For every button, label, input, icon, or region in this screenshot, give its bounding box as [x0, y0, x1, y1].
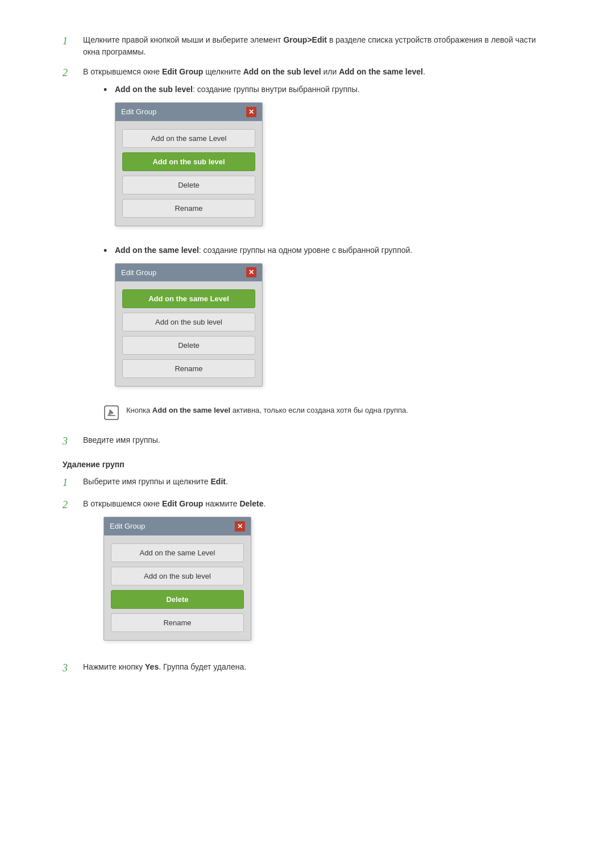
s2-step3-end: . Группа будет удалена.	[159, 662, 246, 671]
note-row: Кнопка Add on the same level активна, то…	[103, 405, 551, 421]
dialog-body-2: Add on the same Level Add on the sub lev…	[115, 281, 262, 386]
s2-step-number-3: 3	[63, 661, 74, 675]
dialog-titlebar-2: Edit Group ✕	[115, 264, 262, 282]
s2-step2-bold1: Edit Group	[162, 499, 203, 508]
dialog-btn-sub-level-1[interactable]: Add on the sub level	[122, 152, 255, 171]
dialog-titlebar-3: Edit Group ✕	[104, 517, 251, 535]
main-content: 1 Щелкните правой кнопкой мыши и выберит…	[63, 34, 551, 675]
dialog-close-3[interactable]: ✕	[235, 521, 245, 531]
dialog-btn-delete-3[interactable]: Delete	[111, 590, 244, 609]
s2-step2-middle: нажмите	[203, 499, 239, 508]
step-2-bold1: Edit Group	[162, 67, 203, 76]
step-3-text-content: Введите имя группы.	[83, 435, 160, 445]
pencil-note-icon	[104, 405, 119, 420]
s2-step-3-text: Нажмите кнопку Yes. Группа будет удалена…	[83, 661, 551, 673]
dialog-btn-delete-1[interactable]: Delete	[122, 176, 255, 194]
step-2-text: В открывшемся окне Edit Group щелкните A…	[83, 66, 551, 426]
dialog-btn-same-level-2[interactable]: Add on the same Level	[122, 289, 255, 308]
step-1-bold1: Group>Edit	[283, 35, 327, 44]
step-1-text: Щелкните правой кнопкой мыши и выберите …	[83, 34, 551, 58]
dialog-box-2: Edit Group ✕ Add on the same Level Add o…	[115, 263, 263, 387]
step-2: 2 В открывшемся окне Edit Group щелкните…	[63, 66, 551, 426]
bullet-item-1: • Add on the sub level: создание группы …	[103, 84, 551, 239]
dialog-title-2: Edit Group	[121, 267, 156, 279]
dialog-wrapper-2: Edit Group ✕ Add on the same Level Add o…	[115, 263, 412, 391]
svg-rect-1	[107, 415, 115, 416]
note-text: Кнопка Add on the same level активна, то…	[126, 405, 408, 416]
s2-step1-bold: Edit	[211, 477, 226, 486]
dialog-wrapper-1: Edit Group ✕ Add on the same Level Add o…	[115, 102, 360, 230]
step-number-3: 3	[63, 434, 74, 448]
dialog-box-3: Edit Group ✕ Add on the same Level Add o…	[103, 517, 251, 641]
step-2-bold2: Add on the sub level	[243, 67, 321, 76]
dialog-body-3: Add on the same Level Add on the sub lev…	[104, 535, 251, 640]
bullet1-text: : создание группы внутри выбранной групп…	[193, 85, 360, 94]
s2-step-2: 2 В открывшемся окне Edit Group нажмите …	[63, 498, 551, 653]
s2-step-1: 1 Выберите имя группы и щелкните Edit.	[63, 476, 551, 490]
dialog-wrapper-3: Edit Group ✕ Add on the same Level Add o…	[103, 517, 551, 644]
dialog-btn-rename-3[interactable]: Rename	[111, 613, 244, 632]
dialog-btn-same-level-3[interactable]: Add on the same Level	[111, 543, 244, 562]
bullet2-bold: Add on the same level	[115, 246, 199, 255]
s2-step-3: 3 Нажмите кнопку Yes. Группа будет удале…	[63, 661, 551, 675]
section2-heading: Удаление групп	[63, 460, 551, 469]
step-2-text-end: .	[423, 67, 425, 76]
s2-step-number-2: 2	[63, 498, 74, 512]
s2-step3-before: Нажмите кнопку	[83, 662, 145, 671]
s2-step-1-text: Выберите имя группы и щелкните Edit.	[83, 476, 551, 488]
note-text-before: Кнопка	[126, 406, 152, 414]
dialog-title-1: Edit Group	[121, 106, 156, 118]
dialog-btn-same-level-1[interactable]: Add on the same Level	[122, 129, 255, 148]
dialog-body-1: Add on the same Level Add on the sub lev…	[115, 121, 262, 226]
bullet1-bold: Add on the sub level	[115, 85, 193, 94]
dialog-btn-rename-2[interactable]: Rename	[122, 359, 255, 378]
bullet-list-1: • Add on the sub level: создание группы …	[103, 84, 551, 399]
bullet-text-2: Add on the same level: создание группы н…	[115, 244, 412, 400]
step-number-2: 2	[63, 66, 74, 80]
step-1-text-before: Щелкните правой кнопкой мыши и выберите …	[83, 35, 283, 44]
bullet-dot-2: •	[103, 244, 109, 258]
s2-step2-end: .	[263, 499, 265, 508]
bullet-dot-1: •	[103, 84, 109, 97]
step-1: 1 Щелкните правой кнопкой мыши и выберит…	[63, 34, 551, 58]
step-3: 3 Введите имя группы.	[63, 434, 551, 448]
dialog-btn-sub-level-3[interactable]: Add on the sub level	[111, 567, 244, 585]
dialog-box-1: Edit Group ✕ Add on the same Level Add o…	[115, 102, 263, 226]
dialog-btn-delete-2[interactable]: Delete	[122, 336, 255, 355]
dialog-close-2[interactable]: ✕	[246, 267, 256, 277]
note-icon	[103, 405, 119, 421]
dialog-btn-sub-level-2[interactable]: Add on the sub level	[122, 313, 255, 331]
s2-step1-end: .	[226, 477, 228, 486]
s2-step1-before: Выберите имя группы и щелкните	[83, 477, 211, 486]
s2-step2-before: В открывшемся окне	[83, 499, 162, 508]
step-number-1: 1	[63, 34, 74, 48]
dialog-close-1[interactable]: ✕	[246, 107, 256, 117]
bullet-text-1: Add on the sub level: создание группы вн…	[115, 84, 360, 239]
step-3-text: Введите имя группы.	[83, 434, 551, 446]
note-text-after: активна, только если создана хотя бы одн…	[230, 406, 408, 414]
step-2-text-or: или	[321, 67, 339, 76]
note-bold: Add on the same level	[152, 406, 230, 414]
s2-step-2-text: В открывшемся окне Edit Group нажмите De…	[83, 498, 551, 653]
dialog-btn-rename-1[interactable]: Rename	[122, 199, 255, 218]
dialog-title-3: Edit Group	[110, 521, 145, 532]
s2-step2-bold2: Delete	[239, 499, 263, 508]
bullet-item-2: • Add on the same level: создание группы…	[103, 244, 551, 400]
dialog-titlebar-1: Edit Group ✕	[115, 103, 262, 121]
s2-step3-bold: Yes	[145, 662, 159, 671]
bullet2-text: : создание группы на одном уровне с выбр…	[199, 246, 412, 255]
step-2-bold3: Add on the same level	[339, 67, 423, 76]
step-2-text-before: В открывшемся окне	[83, 67, 162, 76]
s2-step-number-1: 1	[63, 476, 74, 490]
step-2-text-middle: щелкните	[203, 67, 243, 76]
